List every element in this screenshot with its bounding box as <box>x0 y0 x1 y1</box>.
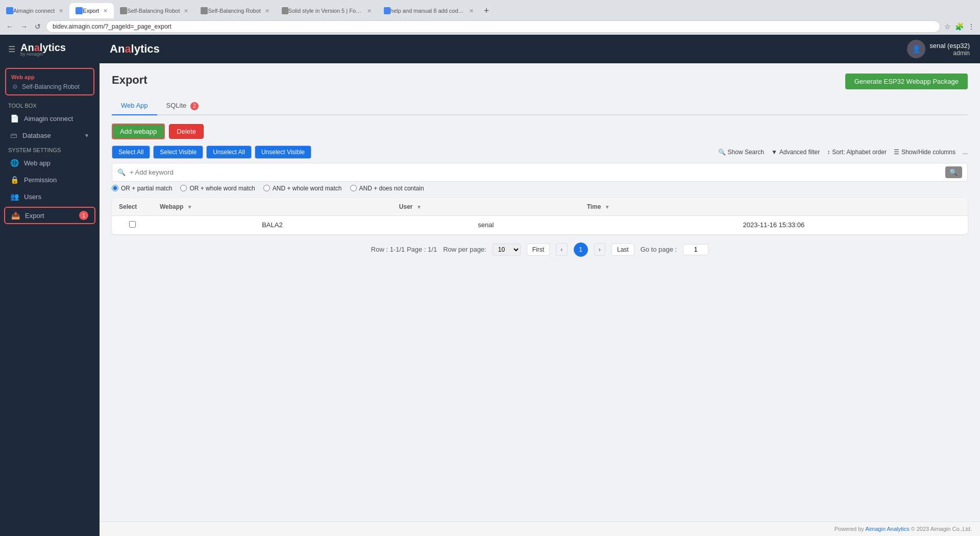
delete-button[interactable]: Delete <box>169 124 204 139</box>
sidebar-item-users[interactable]: 👥 Users <box>2 188 97 205</box>
first-page-button[interactable]: First <box>527 243 550 256</box>
browser-tab-4[interactable]: Self-Balancing Robot ✕ <box>194 3 275 18</box>
radio-and-whole-input[interactable] <box>263 185 270 191</box>
table-row: BALA2 senal 2023-11-16 15:33:06 <box>112 215 968 234</box>
row-checkbox[interactable] <box>129 221 136 228</box>
web-app-label: Web app <box>10 73 89 81</box>
browser-tab-1[interactable]: Aimagin connect ✕ <box>0 3 69 18</box>
sort-label: Sort: Alphabet order <box>832 149 887 156</box>
row-user-cell: senal <box>392 215 580 234</box>
export-icon: 📤 <box>11 211 20 220</box>
sidebar-item-self-balancing[interactable]: ⚙ Self-Balancing Robot <box>10 81 89 90</box>
sidebar-item-database[interactable]: 🗃 Database ▼ <box>2 127 97 143</box>
show-search-label: Show Search <box>728 149 764 156</box>
tab-web-app[interactable]: Web App <box>112 98 157 115</box>
search-submit-button[interactable]: 🔍 <box>945 166 962 178</box>
radio-or-whole-input[interactable] <box>180 185 187 191</box>
next-page-button[interactable]: › <box>594 243 605 256</box>
time-sort-icon[interactable]: ▼ <box>605 204 610 210</box>
col-user-label: User <box>399 203 413 210</box>
radio-and-not[interactable]: AND + does not contain <box>350 185 424 192</box>
sort-button[interactable]: ↕ Sort: Alphabet order <box>827 149 887 156</box>
search-input[interactable] <box>130 168 941 176</box>
new-tab-button[interactable]: + <box>480 3 494 18</box>
tab-sqlite[interactable]: SQLite 2 <box>157 98 208 115</box>
browser-tab-6[interactable]: help and manual 8 add code - C ✕ <box>378 3 480 18</box>
sidebar-system-section: System settings 🌐 Web app 🔒 Permission 👥… <box>0 144 100 226</box>
web-app-nav-label: Web app <box>24 159 89 167</box>
unselect-all-button[interactable]: Unselect All <box>206 145 252 159</box>
robot-icon: ⚙ <box>12 83 18 90</box>
pagination-info: Row : 1-1/1 Page : 1/1 <box>371 246 437 253</box>
tab-label-2: Export <box>83 8 99 14</box>
footer-brand[interactable]: Aimagin Analytics <box>865 526 909 532</box>
tab-label-6: help and manual 8 add code - C <box>390 8 465 14</box>
browser-tab-5[interactable]: Solid style in Version 5 | Font A... ✕ <box>276 3 378 18</box>
permission-label: Permission <box>24 176 89 184</box>
users-label: Users <box>24 193 89 201</box>
webapp-sort-icon[interactable]: ▼ <box>187 204 192 210</box>
generate-button[interactable]: Generate ESP32 Webapp Package <box>845 74 968 89</box>
toolbox-title: Tool box <box>0 100 100 110</box>
tab-close-4[interactable]: ✕ <box>265 8 270 14</box>
topbar-title: Analytics <box>110 42 901 56</box>
tab-close-1[interactable]: ✕ <box>59 8 63 14</box>
select-all-button[interactable]: Select All <box>112 145 150 159</box>
tab-close-2[interactable]: ✕ <box>103 8 108 14</box>
export-badge: 1 <box>79 211 88 220</box>
database-label: Database <box>22 132 79 139</box>
radio-or-whole[interactable]: OR + whole word match <box>180 185 255 192</box>
sidebar: ☰ Analytics by Aimagin Web app ⚙ Self-Ba… <box>0 35 100 536</box>
browser-tab-2[interactable]: Export ✕ <box>69 3 114 18</box>
bookmark-button[interactable]: ☆ <box>943 21 952 32</box>
columns-icon: ☰ <box>894 149 899 156</box>
sidebar-menu-icon[interactable]: ☰ <box>8 44 15 54</box>
current-page-button[interactable]: 1 <box>574 242 588 257</box>
more-options-button[interactable]: ... <box>963 149 968 156</box>
rows-per-page-label: Row per page: <box>443 246 486 253</box>
radio-or-partial-label: OR + partial match <box>121 185 172 192</box>
app: ☰ Analytics by Aimagin Web app ⚙ Self-Ba… <box>0 35 980 536</box>
radio-and-not-label: AND + does not contain <box>359 185 424 192</box>
tab-label-5: Solid style in Version 5 | Font A... <box>288 8 363 14</box>
radio-and-whole[interactable]: AND + whole word match <box>263 185 342 192</box>
expand-icon: ▼ <box>84 133 89 138</box>
row-time-cell: 2023-11-16 15:33:06 <box>580 215 968 234</box>
user-name: senal (esp32) <box>929 42 970 50</box>
prev-page-button[interactable]: ‹ <box>556 243 567 256</box>
back-button[interactable]: ← <box>4 21 15 32</box>
tab-close-6[interactable]: ✕ <box>469 8 474 14</box>
advanced-filter-button[interactable]: ▼ Advanced filter <box>771 149 820 156</box>
add-webapp-button[interactable]: Add webapp <box>112 124 165 139</box>
last-page-button[interactable]: Last <box>611 243 634 256</box>
show-search-button[interactable]: 🔍 Show Search <box>718 149 764 156</box>
sidebar-header: ☰ Analytics by Aimagin <box>0 35 100 64</box>
radio-and-not-input[interactable] <box>350 185 357 191</box>
browser-tab-3[interactable]: Self-Balancing Robot ✕ <box>114 3 194 18</box>
radio-or-partial-input[interactable] <box>112 185 118 191</box>
select-visible-button[interactable]: Select Visible <box>153 145 203 159</box>
tab-close-5[interactable]: ✕ <box>367 8 372 14</box>
sidebar-item-aimagin-connect[interactable]: 📄 Aimagin connect <box>2 110 97 127</box>
connect-icon: 📄 <box>10 114 19 123</box>
user-role: admin <box>929 50 970 57</box>
forward-button[interactable]: → <box>18 21 30 32</box>
tab-label-1: Aimagin connect <box>13 8 55 14</box>
unselect-visible-button[interactable]: Unselect Visible <box>255 145 311 159</box>
export-nav-label: Export <box>25 212 72 220</box>
radio-or-partial[interactable]: OR + partial match <box>112 185 172 192</box>
tab-close-3[interactable]: ✕ <box>184 8 188 14</box>
menu-button[interactable]: ⋮ <box>967 21 976 32</box>
table-header: Select Webapp ▼ User ▼ Time ▼ <box>112 198 968 216</box>
sidebar-item-export[interactable]: 📤 Export 1 <box>4 207 95 224</box>
extensions-button[interactable]: 🧩 <box>954 21 965 32</box>
rows-per-page-select[interactable]: 10 25 50 100 <box>493 243 521 256</box>
reload-button[interactable]: ↺ <box>33 21 43 32</box>
show-hide-columns-button[interactable]: ☰ Show/Hide columns <box>894 149 955 156</box>
filter-right: 🔍 Show Search ▼ Advanced filter ↕ Sort: … <box>718 149 968 156</box>
sidebar-item-web-app[interactable]: 🌐 Web app <box>2 155 97 171</box>
sidebar-item-permission[interactable]: 🔒 Permission <box>2 172 97 188</box>
user-sort-icon[interactable]: ▼ <box>416 204 422 210</box>
url-input[interactable] <box>46 20 940 33</box>
goto-page-input[interactable] <box>683 244 708 255</box>
